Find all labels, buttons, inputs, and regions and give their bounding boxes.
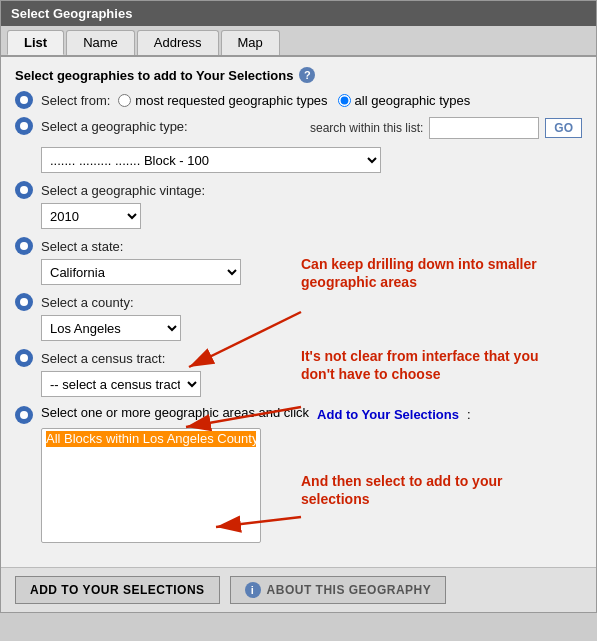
about-icon: i: [245, 582, 261, 598]
annotation-not-clear: It's not clear from interface that you d…: [301, 347, 571, 383]
areas-listbox[interactable]: All Blocks within Los Angeles County, Ca…: [41, 428, 261, 543]
annotation-select-add: And then select to add to your selection…: [301, 472, 541, 508]
census-tract-label: Select a census tract:: [41, 351, 165, 366]
select-geographies-window: Select Geographies List Name Address Map…: [0, 0, 597, 613]
tab-map[interactable]: Map: [221, 30, 280, 55]
geo-vintage-row: Select a geographic vintage:: [15, 181, 582, 199]
tab-list[interactable]: List: [7, 30, 64, 55]
select-from-label: Select from:: [41, 93, 110, 108]
bullet-1: [15, 91, 33, 109]
title-bar: Select Geographies: [1, 1, 596, 26]
help-icon[interactable]: ?: [299, 67, 315, 83]
radio-all[interactable]: all geographic types: [338, 93, 471, 108]
go-button[interactable]: GO: [545, 118, 582, 138]
state-label: Select a state:: [41, 239, 123, 254]
about-label: ABOUT THIS GEOGRAPHY: [267, 583, 432, 597]
tab-bar: List Name Address Map: [1, 26, 596, 57]
radio-most-input[interactable]: [118, 94, 131, 107]
select-from-options: most requested geographic types all geog…: [118, 93, 470, 108]
tab-address[interactable]: Address: [137, 30, 219, 55]
county-select[interactable]: Los Angeles: [41, 315, 181, 341]
areas-label-pre: Select one or more geographic areas and …: [41, 405, 309, 420]
add-to-selections-button[interactable]: ADD TO YOUR SELECTIONS: [15, 576, 220, 604]
bottom-bar: ADD TO YOUR SELECTIONS i ABOUT THIS GEOG…: [1, 567, 596, 612]
bullet-3: [15, 181, 33, 199]
annotation-drilling: Can keep drilling down into smaller geog…: [301, 255, 561, 291]
bullet-5: [15, 293, 33, 311]
section-title-row: Select geographies to add to Your Select…: [15, 67, 582, 83]
bullet-4: [15, 237, 33, 255]
radio-most-label: most requested geographic types: [135, 93, 327, 108]
select-from-row: Select from: most requested geographic t…: [15, 91, 582, 109]
about-geography-button[interactable]: i ABOUT THIS GEOGRAPHY: [230, 576, 447, 604]
bullet-7: [15, 406, 33, 424]
search-label: search within this list:: [310, 121, 423, 135]
bullet-2: [15, 117, 33, 135]
search-input[interactable]: [429, 117, 539, 139]
state-select[interactable]: California: [41, 259, 241, 285]
radio-all-label: all geographic types: [355, 93, 471, 108]
main-content: Select geographies to add to Your Select…: [1, 57, 596, 561]
county-label: Select a county:: [41, 295, 134, 310]
geo-type-label: Select a geographic type:: [41, 119, 188, 134]
geo-vintage-select[interactable]: 2010: [41, 203, 141, 229]
add-to-selections-link[interactable]: Add to Your Selections: [317, 407, 459, 422]
tract-select[interactable]: -- select a census tract --: [41, 371, 201, 397]
state-row: Select a state:: [15, 237, 582, 255]
radio-most[interactable]: most requested geographic types: [118, 93, 327, 108]
tab-name[interactable]: Name: [66, 30, 135, 55]
window-title: Select Geographies: [11, 6, 132, 21]
county-row: Select a county:: [15, 293, 582, 311]
geo-vintage-label: Select a geographic vintage:: [41, 183, 205, 198]
bullet-6: [15, 349, 33, 367]
radio-all-input[interactable]: [338, 94, 351, 107]
geo-type-select[interactable]: ....... ......... ....... Block - 100: [41, 147, 381, 173]
areas-label-row: Select one or more geographic areas and …: [15, 405, 582, 424]
areas-label-post: :: [467, 407, 471, 422]
section-title-text: Select geographies to add to Your Select…: [15, 68, 293, 83]
